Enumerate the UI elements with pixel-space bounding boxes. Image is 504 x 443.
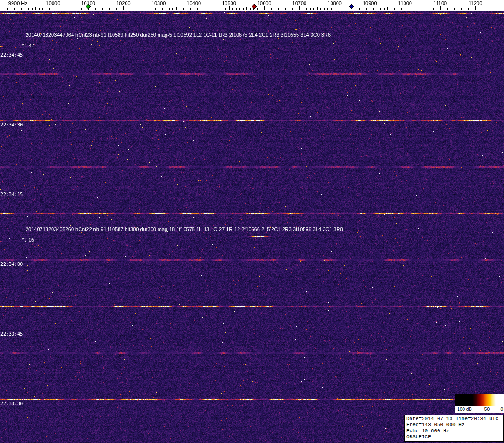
info-date-line: Date=2014-07-13 Time=20:34 UTC	[406, 416, 501, 422]
detection-time-offset: ^t+47	[22, 43, 34, 48]
freq-tick-label: 10800	[327, 0, 342, 6]
freq-tick-label: 11200	[469, 0, 483, 6]
time-label: 22:33:30	[0, 401, 23, 406]
freq-tick-label: 10300	[152, 0, 166, 6]
info-station-line: OBSUPICE	[406, 434, 501, 440]
info-freq-line: Freq=143 050 000 Hz	[406, 422, 501, 428]
detection-annotation: 20140713203405260 hCnt22 nb-91 f10587 hi…	[26, 226, 343, 232]
colorbar-labels: -100 dB -50 0	[455, 406, 504, 413]
time-label: 22:34:00	[0, 262, 23, 267]
info-echo-line: Echo=10 600 Hz	[406, 428, 501, 434]
freq-tick-label: 10500	[222, 0, 236, 6]
freq-tick-label: 10700	[292, 0, 307, 6]
detection-time-offset: ^t+05	[22, 237, 34, 243]
colorbar-mid-label: -50	[483, 407, 490, 412]
colorbar-max-label: 0	[500, 407, 503, 412]
freq-tick-label: 10000	[46, 0, 60, 6]
freq-tick-label: 10600	[257, 0, 272, 6]
frequency-ruler: 9900 Hz100001010010200103001040010500106…	[0, 0, 504, 11]
info-box: Date=2014-07-13 Time=20:34 UTC Freq=143 …	[404, 415, 504, 442]
time-label: 22:34:15	[0, 192, 23, 197]
freq-tick-label: 10200	[116, 0, 131, 6]
colorbar: -100 dB -50 0	[455, 394, 504, 413]
freq-tick-label: 11100	[433, 0, 447, 6]
time-label: 22:33:45	[0, 331, 23, 337]
waterfall-display: 22:34:4522:34:3022:34:1522:34:0022:33:45…	[0, 11, 504, 443]
freq-tick-label: 10900	[363, 0, 377, 6]
time-label: 22:34:45	[0, 53, 23, 58]
freq-tick-label: 10400	[187, 0, 201, 6]
time-label: 22:34:30	[0, 122, 23, 127]
freq-tick-label: 9900 Hz	[8, 0, 27, 6]
spectrogram-window: 9900 Hz100001010010200103001040010500106…	[0, 0, 504, 443]
detection-annotation: 20140713203447064 hCnt23 nb-91 f10589 hi…	[26, 32, 331, 38]
colorbar-gradient	[455, 394, 504, 406]
freq-tick-label: 11000	[398, 0, 412, 6]
colorbar-min-label: -100 dB	[456, 407, 472, 412]
